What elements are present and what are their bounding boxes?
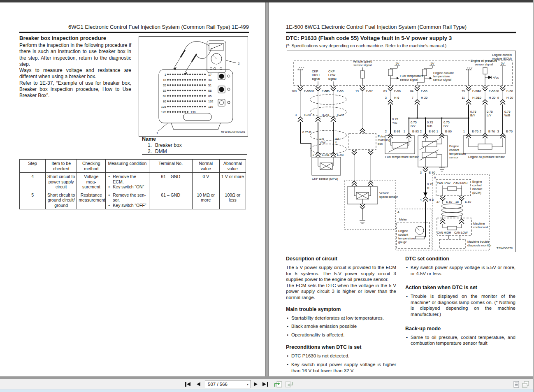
oil-pressure-sensor: Engine oil pressure sensor: [463, 136, 505, 159]
ecm-signal-labels: CKP HIGH signal CKP LOW signal Vehicle s…: [312, 59, 505, 81]
svg-text:3: 3: [385, 96, 387, 100]
next-page-button[interactable]: [254, 380, 258, 388]
svg-text:0.75: 0.75: [392, 117, 398, 121]
svg-text:35: 35: [163, 84, 166, 87]
svg-text:Pulse: Pulse: [378, 135, 385, 138]
svg-text:gauge: gauge: [398, 240, 407, 244]
facing-pages-icon: [522, 380, 529, 388]
first-page-button[interactable]: [185, 380, 190, 388]
ecm-label: Engine control: [492, 53, 512, 57]
col-header: Terminal No.: [149, 160, 192, 173]
svg-text:control: control: [472, 183, 482, 187]
svg-text:H-6: H-6: [394, 96, 399, 100]
coolant-temperature-sensor: 3 E-90 Engine coolant temperature sensor: [418, 136, 466, 174]
paragraph: Perform the inspection in the following …: [19, 42, 131, 67]
facing-page-layout-button[interactable]: [522, 380, 529, 388]
svg-text:80: 80: [496, 89, 499, 93]
svg-text:E-57: E-57: [465, 200, 471, 204]
svg-text:Meter: Meter: [399, 218, 407, 221]
svg-text:1: 1: [328, 113, 330, 117]
svg-text:CAN LOW: CAN LOW: [454, 231, 468, 234]
svg-text:1: 1: [404, 130, 405, 133]
figure-callout-1: 1: [156, 131, 158, 135]
svg-text:85: 85: [208, 94, 211, 98]
vcc-label: Vcc: [494, 76, 499, 79]
svg-text:Y: Y: [335, 141, 337, 144]
svg-text:coolant: coolant: [398, 233, 409, 237]
can-region: A CAN LOW CAN HIGH 37E-57 18E-57 Engine …: [433, 174, 492, 250]
right-page: 1E-500 6WG1 Electronic Control Fuel Inje…: [269, 2, 533, 376]
paragraph: Ways to measure voltage and resistance a…: [19, 67, 131, 80]
twisted-pair-icon: [441, 204, 463, 217]
svg-text:temperature: temperature: [398, 237, 415, 240]
svg-text:H-20: H-20: [322, 113, 328, 117]
paragraph: Refer to 1E-37, “Example of use for brea…: [19, 80, 131, 99]
last-page-button[interactable]: [262, 380, 268, 388]
col-header: Abnormal value: [219, 160, 246, 173]
svg-text:module: module: [472, 187, 483, 191]
svg-text:1: 1: [328, 153, 330, 157]
figure-code: MFW4ADSH004201: [221, 130, 245, 133]
single-page-layout-button[interactable]: [513, 380, 520, 388]
svg-text:R: R: [427, 186, 430, 190]
svg-text:E-56: E-56: [421, 89, 427, 93]
svg-text:E-57: E-57: [366, 89, 373, 93]
gauge-branch: 4 H-6: [420, 193, 434, 202]
svg-text:CAN LOW: CAN LOW: [437, 182, 450, 185]
navigation-toolbar: 507 / 566 ▼: [0, 379, 533, 390]
previous-view-button[interactable]: [273, 380, 283, 388]
svg-text:(ECM): (ECM): [472, 191, 481, 195]
svg-text:Fuel temperature sensor: Fuel temperature sensor: [385, 155, 419, 159]
svg-text:sensor signal: sensor signal: [475, 63, 493, 66]
inspection-table: Step Item to be checked Checking method …: [19, 159, 246, 209]
svg-text:E-90: E-90: [429, 171, 435, 174]
svg-text:102: 102: [208, 100, 214, 103]
svg-text:E-56: E-56: [337, 89, 344, 93]
svg-text:108: 108: [291, 89, 297, 93]
condition: Remove the sen-sor.: [107, 193, 147, 203]
svg-text:2: 2: [420, 130, 422, 133]
meter-region: A Meter Engine coolant temperature gauge: [396, 209, 432, 250]
bullet-item: Trouble is displayed on the monitor of t…: [405, 293, 515, 317]
svg-text:2: 2: [480, 130, 481, 133]
section-heading: Action taken when DTC is set: [405, 285, 515, 290]
svg-text:Vehicle speed: Vehicle speed: [353, 60, 372, 63]
svg-text:103: 103: [161, 105, 166, 109]
svg-text:W/B: W/B: [504, 114, 510, 117]
svg-text:E-76: E-76: [506, 130, 513, 133]
svg-text:1: 1: [436, 130, 438, 133]
svg-text:box: box: [378, 142, 383, 146]
svg-text:HIGH: HIGH: [312, 73, 320, 77]
bullet-item: Operationality is affected.: [286, 332, 396, 338]
next-view-button[interactable]: [284, 380, 294, 388]
svg-text:B/Y: B/Y: [443, 124, 448, 128]
next-view-icon: [284, 380, 294, 388]
svg-text:E-57: E-57: [446, 200, 453, 204]
svg-text:CKP: CKP: [312, 70, 318, 73]
svg-text:0.75 B: 0.75 B: [302, 130, 311, 134]
svg-text:A: A: [397, 211, 399, 213]
pulse-matching-box: Pulse matching box: [349, 128, 390, 181]
svg-text:51: 51: [208, 84, 211, 87]
svg-text:52: 52: [163, 89, 166, 93]
svg-text:11: 11: [462, 96, 465, 100]
svg-text:R/B: R/B: [427, 124, 432, 128]
svg-text:sensor signal: sensor signal: [353, 63, 372, 67]
col-header: Normal value: [192, 160, 219, 173]
chevron-down-icon: ▼: [245, 383, 251, 386]
svg-text:0.75: 0.75: [427, 182, 433, 186]
svg-text:signal: signal: [312, 77, 320, 81]
left-section-title: Breaker box inspection procedure: [19, 35, 106, 41]
figure-name-heading: Name: [142, 136, 156, 142]
svg-text:7: 7: [412, 96, 413, 100]
svg-text:17: 17: [208, 73, 211, 77]
svg-text:LOW: LOW: [328, 73, 336, 77]
page-number-combobox[interactable]: 507 / 566 ▼: [205, 380, 251, 388]
vehicle-speed-sensor: Vehicle speed sensor: [344, 180, 398, 230]
list-divider: [142, 154, 247, 155]
svg-text:matching: matching: [378, 138, 390, 142]
svg-text:0.75: 0.75: [443, 121, 450, 124]
pdf-viewer-window: 6WG1 Electronic Control Fuel Injection S…: [0, 0, 534, 392]
breaker-box-body: [159, 70, 233, 130]
previous-page-button[interactable]: [197, 380, 200, 388]
